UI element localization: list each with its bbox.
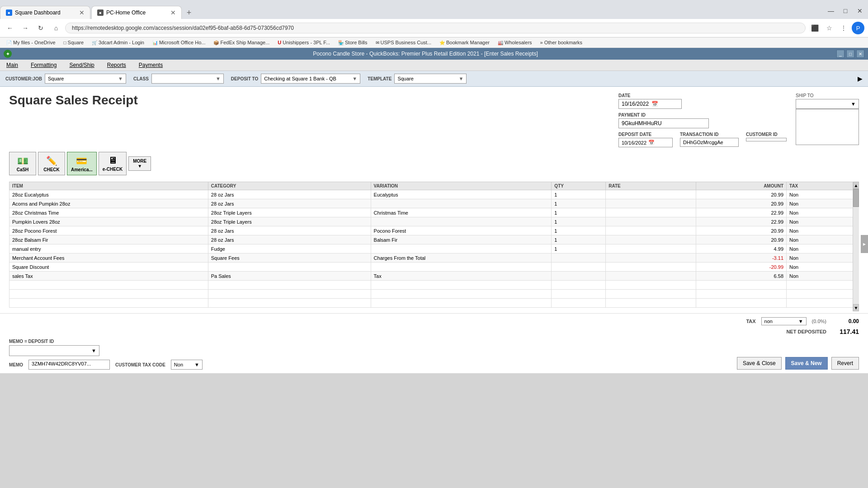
tax-select[interactable]: non ▼ xyxy=(761,317,807,325)
bookmark-bookmarkmgr[interactable]: ⭐ Bookmark Manager xyxy=(437,39,492,46)
table-row[interactable]: Square Discount -20.99 Non xyxy=(9,263,859,272)
america-icon: 💳 xyxy=(76,155,87,166)
america-button[interactable]: 💳 America... xyxy=(67,152,97,175)
tax-select-arrow: ▼ xyxy=(798,319,803,324)
cell-amount: 20.99 xyxy=(696,226,787,235)
menu-item-formatting[interactable]: Formatting xyxy=(28,61,59,70)
menu-formatting-label: Formatting xyxy=(31,62,57,68)
customer-id-input[interactable] xyxy=(746,138,787,141)
bookmark-label-wholesalers: Wholesalers xyxy=(505,40,532,45)
table-row[interactable]: 28oz Balsam Fir 28 oz Jars Balsam Fir 1 … xyxy=(9,235,859,244)
customer-tax-code-select[interactable]: Non ▼ xyxy=(171,360,203,370)
deposit-to-select[interactable]: Checking at Square 1 Bank - QB ▼ xyxy=(261,74,360,84)
bookmark-unishippers[interactable]: U Unishippers - 3PL F... xyxy=(275,39,333,46)
date-payment-section: DATE 10/16/2022 📅 PAYMENT ID 9GkuHMHHuRU xyxy=(618,93,787,147)
menu-item-payments[interactable]: Payments xyxy=(136,61,165,70)
scroll-down-btn[interactable]: ▼ xyxy=(853,304,859,311)
close-browser-btn[interactable]: ✕ xyxy=(854,5,866,17)
profile-icon[interactable]: P xyxy=(852,22,864,34)
form-expand-btn[interactable]: ▶ xyxy=(474,75,863,82)
tab-close-1[interactable]: ✕ xyxy=(79,9,85,16)
maximize-btn[interactable]: □ xyxy=(839,5,852,17)
save-new-button[interactable]: Save & New xyxy=(785,357,828,370)
tab-square-dashboard[interactable]: ■ Square Dashboard ✕ xyxy=(0,6,90,19)
table-row-empty[interactable] xyxy=(9,281,859,290)
table-row[interactable]: 28oz Eucalyptus 28 oz Jars Eucalyptus 1 … xyxy=(9,190,859,199)
extensions-icon[interactable]: ⬛ xyxy=(808,22,821,34)
scroll-thumb[interactable] xyxy=(853,189,859,207)
table-header-row: ITEM CATEGORY VARIATION QTY RATE AMOUNT … xyxy=(9,182,859,190)
reload-button[interactable]: ↻ xyxy=(34,22,47,34)
tab-pc-home-office[interactable]: ■ PC-Home Office ✕ xyxy=(91,6,182,19)
table-row-empty[interactable] xyxy=(9,290,859,299)
menu-item-sendship[interactable]: Send/Ship xyxy=(66,61,97,70)
cell-item: Square Discount xyxy=(9,263,208,272)
bookmark-label-onedrive: My files - OneDrive xyxy=(13,40,56,45)
transaction-id-input[interactable]: DHhGOzMrcggAe xyxy=(680,138,739,147)
table-scrollbar[interactable]: ▲ ▼ xyxy=(853,182,859,311)
bookmark-storebills[interactable]: 🏪 Store Bills xyxy=(335,39,370,46)
menu-reports-label: Reports xyxy=(107,62,126,68)
date-input[interactable]: 10/16/2022 📅 xyxy=(618,99,682,109)
bookmark-other[interactable]: » Other bookmarks xyxy=(538,39,585,46)
tab-close-2[interactable]: ✕ xyxy=(170,9,176,16)
table-row[interactable]: sales Tax Pa Sales Tax 6.58 Non xyxy=(9,272,859,281)
more-button[interactable]: MORE ▼ xyxy=(128,156,151,171)
address-bar[interactable]: https://remotedesktop.google.com/access/… xyxy=(65,23,806,33)
qb-close-btn[interactable]: ✕ xyxy=(856,50,864,58)
deposit-date-input[interactable]: 10/16/2022 📅 xyxy=(618,138,673,147)
table-row[interactable]: Merchant Account Fees Square Fees Charge… xyxy=(9,253,859,263)
deposit-date-value: 10/16/2022 xyxy=(622,140,646,145)
deposit-to-label: DEPOSIT TO xyxy=(231,76,258,81)
form-bottom: TAX non ▼ (0.0%) 0.00 NET DEPOSITED 117.… xyxy=(0,313,868,373)
memo-text-input[interactable]: 3ZMH74W42DRC8YV07... xyxy=(28,360,110,370)
qb-minimize-btn[interactable]: _ xyxy=(836,50,844,58)
forward-button[interactable]: → xyxy=(19,22,32,34)
scroll-up-btn[interactable]: ▲ xyxy=(853,182,859,189)
date-value: 10/16/2022 xyxy=(622,101,649,107)
side-expand-arrow[interactable]: ▸ xyxy=(861,235,868,253)
home-button[interactable]: ⌂ xyxy=(50,22,62,34)
cash-button[interactable]: 💵 CaSH xyxy=(9,152,36,175)
save-close-button[interactable]: Save & Close xyxy=(737,357,782,370)
america-label: America... xyxy=(71,167,93,172)
payment-id-input[interactable]: 9GkuHMHHuRU xyxy=(618,118,709,128)
table-row[interactable]: manual entry Fudge 1 4.99 Non xyxy=(9,244,859,253)
memo-dropdown[interactable]: ▼ xyxy=(9,345,99,356)
date-label: DATE xyxy=(618,93,787,98)
table-row-empty[interactable] xyxy=(9,299,859,308)
new-tab-button[interactable]: + xyxy=(183,6,195,19)
bookmark-fedex[interactable]: 📦 FedEx Ship Manage... xyxy=(211,39,272,46)
bookmark-wholesalers[interactable]: 🏭 Wholesalers xyxy=(495,39,535,46)
menu-item-main[interactable]: Main xyxy=(4,61,21,70)
bookmark-3dcart[interactable]: 🛒 3dcart Admin - Login xyxy=(89,39,147,46)
menu-item-reports[interactable]: Reports xyxy=(104,61,129,70)
back-button[interactable]: ← xyxy=(4,22,16,34)
table-row[interactable]: Pumpkin Lovers 28oz 28oz Triple Layers 1… xyxy=(9,217,859,226)
bookmark-label-other: » Other bookmarks xyxy=(540,40,583,45)
class-select[interactable]: ▼ xyxy=(151,74,224,84)
table-row[interactable]: 28oz Christmas Time 28oz Triple Layers C… xyxy=(9,208,859,217)
cell-tax: Non xyxy=(787,190,859,199)
table-row[interactable]: Acorns and Pumpkin 28oz 28 oz Jars 1 20.… xyxy=(9,199,859,208)
bookmark-icon[interactable]: ☆ xyxy=(823,22,835,34)
memo-text-value: 3ZMH74W42DRC8YV07... xyxy=(32,361,91,366)
settings-icon[interactable]: ⋮ xyxy=(837,22,850,34)
cell-tax: Non xyxy=(787,272,859,281)
template-select[interactable]: Square ▼ xyxy=(394,74,467,84)
echeck-button[interactable]: 🖥 e-CHECK xyxy=(99,152,127,175)
cell-amount: -3.11 xyxy=(696,253,787,263)
bookmark-onedrive[interactable]: 📄 My files - OneDrive xyxy=(4,39,58,46)
col-header-item: ITEM xyxy=(9,182,208,190)
bookmark-square[interactable]: □ Square xyxy=(61,39,87,46)
qb-restore-btn[interactable]: □ xyxy=(846,50,854,58)
revert-button[interactable]: Revert xyxy=(831,357,859,370)
customer-job-select[interactable]: Square ▼ xyxy=(45,74,126,84)
bookmark-msoffice[interactable]: 📊 Microsoft Office Ho... xyxy=(150,39,208,46)
table-row[interactable]: 28oz Pocono Forest 28 oz Jars Pocono For… xyxy=(9,226,859,235)
bookmark-usps[interactable]: ✉ USPS Business Cust... xyxy=(373,39,434,46)
minimize-btn[interactable]: — xyxy=(825,5,837,17)
ship-to-select[interactable]: ▼ xyxy=(796,99,859,109)
items-table: ITEM CATEGORY VARIATION QTY RATE AMOUNT … xyxy=(9,182,859,308)
check-button[interactable]: ✏️ CHECK xyxy=(38,152,65,175)
